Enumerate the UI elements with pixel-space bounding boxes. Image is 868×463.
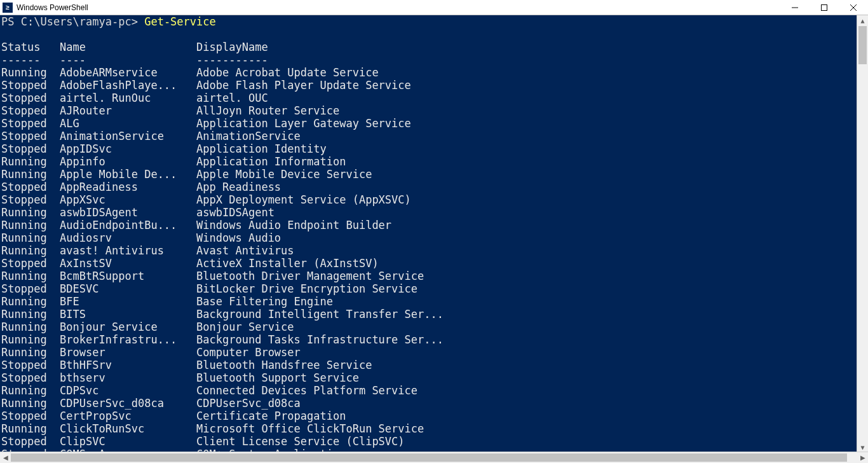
console-area[interactable]: PS C:\Users\ramya-pc> Get-Service Status… xyxy=(0,15,868,453)
titlebar[interactable]: ≥ Windows PowerShell xyxy=(0,0,868,15)
minimize-button[interactable] xyxy=(780,0,810,15)
vertical-scroll-thumb[interactable] xyxy=(858,26,867,64)
horizontal-scroll-thumb[interactable] xyxy=(11,453,847,462)
maximize-button[interactable] xyxy=(810,0,839,15)
vertical-scrollbar[interactable]: ▲ ▼ xyxy=(857,15,868,453)
svg-rect-1 xyxy=(822,4,827,10)
app-icon: ≥ xyxy=(3,3,13,13)
console-output: PS C:\Users\ramya-pc> Get-Service Status… xyxy=(0,15,868,453)
scroll-left-arrow-icon[interactable]: ◀ xyxy=(0,452,11,463)
close-button[interactable] xyxy=(839,0,868,15)
scroll-up-arrow-icon[interactable]: ▲ xyxy=(857,15,868,26)
scroll-right-arrow-icon[interactable]: ▶ xyxy=(857,452,868,463)
window-title: Windows PowerShell xyxy=(17,3,88,12)
horizontal-scrollbar[interactable]: ◀ ▶ xyxy=(0,452,868,463)
